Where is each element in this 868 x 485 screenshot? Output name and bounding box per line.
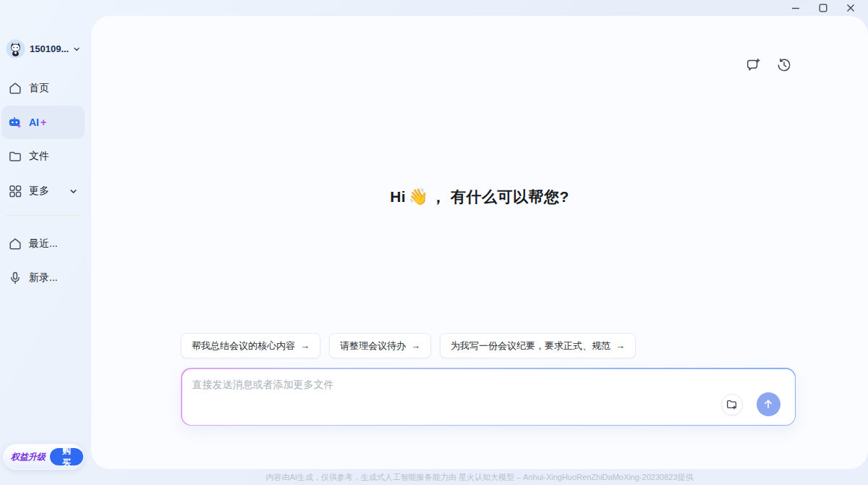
minimize-button[interactable]: [787, 1, 804, 15]
arrow-right-icon: →: [616, 340, 625, 351]
add-file-button[interactable]: [721, 394, 743, 416]
wave-emoji: 👋: [408, 187, 428, 206]
upgrade-label: 权益升级: [11, 451, 46, 463]
user-account[interactable]: 150109...: [6, 39, 80, 59]
sidebar-item-label: AI: [29, 117, 39, 128]
suggestion-label: 请整理会议待办: [340, 340, 406, 353]
history-button[interactable]: [776, 57, 792, 73]
greeting-text: ， 有什么可以帮您?: [430, 188, 569, 205]
chevron-down-icon: [69, 187, 77, 195]
user-name: 150109...: [30, 43, 69, 54]
sidebar-item-new-recording[interactable]: 新录...: [1, 261, 85, 295]
ai-disclaimer: 内容由AI生成，仅供参考，生成式人工智能服务能力由 星火认知大模型 – Anhu…: [91, 472, 868, 483]
robot-sparkle-icon: [8, 115, 22, 130]
greeting: Hi👋， 有什么可以帮您?: [91, 187, 868, 207]
suggestion-label: 为我写一份会议纪要，要求正式、规范: [451, 340, 610, 353]
message-input[interactable]: [182, 369, 795, 425]
sidebar-item-more[interactable]: 更多: [1, 174, 85, 208]
composer-inner: [182, 369, 795, 425]
main-panel: Hi👋， 有什么可以帮您? 帮我总结会议的核心内容 → 请整理会议待办 → 为我…: [91, 16, 868, 469]
chevron-down-icon: [73, 46, 80, 53]
clock-history-icon: [776, 57, 792, 73]
arrow-up-icon: [762, 397, 775, 410]
sidebar-item-home[interactable]: 首页: [1, 72, 85, 105]
window-controls: [787, 0, 868, 16]
home-icon: [8, 81, 22, 96]
sidebar-item-label: 最近...: [29, 237, 58, 250]
sidebar-item-label: 更多: [29, 185, 49, 198]
close-icon: [846, 4, 855, 12]
upgrade-banner: 权益升级 购买: [3, 444, 84, 470]
sidebar-item-files[interactable]: 文件: [1, 140, 85, 173]
grid-apps-icon: [8, 184, 22, 198]
microphone-icon: [8, 271, 22, 285]
greeting-hi: Hi: [390, 188, 406, 205]
folder-plus-icon: [726, 398, 739, 411]
maximize-button[interactable]: [814, 1, 832, 15]
message-composer: [181, 368, 796, 426]
close-button[interactable]: [842, 1, 859, 15]
sidebar: 150109... 首页 AI+: [0, 0, 91, 485]
arrow-right-icon: →: [300, 340, 310, 351]
buy-button[interactable]: 购买: [50, 448, 83, 465]
minimize-icon: [791, 4, 800, 12]
suggestion-meeting-todos[interactable]: 请整理会议待办 →: [329, 333, 431, 358]
suggestion-chips: 帮我总结会议的核心内容 → 请整理会议待办 → 为我写一份会议纪要，要求正式、规…: [181, 333, 636, 358]
sidebar-divider: [6, 215, 81, 216]
suggestion-meeting-minutes[interactable]: 为我写一份会议纪要，要求正式、规范 →: [440, 333, 636, 358]
suggestion-label: 帮我总结会议的核心内容: [192, 340, 295, 353]
sidebar-item-label-plus: +: [41, 117, 46, 128]
arrow-right-icon: →: [411, 340, 420, 351]
new-chat-button[interactable]: [745, 57, 761, 73]
suggestion-summarize-meeting[interactable]: 帮我总结会议的核心内容 →: [181, 333, 320, 358]
chat-toolbar: [745, 57, 792, 73]
sidebar-item-label: 文件: [29, 150, 49, 163]
sidebar-item-recent[interactable]: 最近...: [1, 227, 85, 261]
sidebar-item-ai[interactable]: AI+: [1, 106, 85, 139]
sidebar-item-label: 首页: [29, 82, 49, 95]
folder-icon: [8, 149, 22, 164]
maximize-icon: [819, 4, 827, 12]
cat-avatar: [6, 39, 25, 59]
send-button[interactable]: [757, 392, 780, 416]
sidebar-item-label: 新录...: [29, 271, 58, 284]
home-icon: [8, 237, 22, 251]
chat-plus-icon: [745, 57, 761, 73]
app-window: 150109... 首页 AI+: [0, 0, 868, 485]
